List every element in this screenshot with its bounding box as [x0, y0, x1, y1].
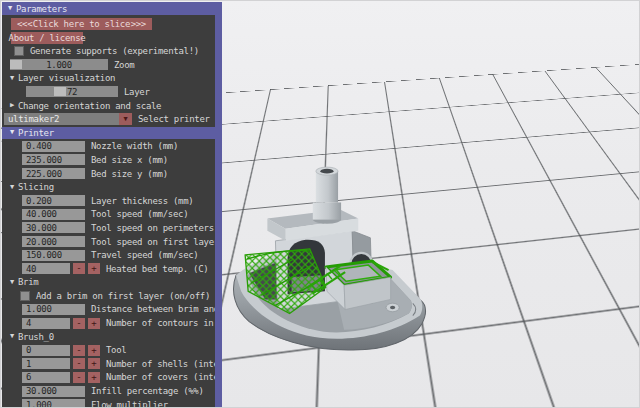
flow-multiplier-field-label: Flow multiplier: [91, 400, 168, 408]
tool-speed-field-value[interactable]: 40.000: [22, 209, 85, 220]
bed-size-y-field-value[interactable]: 225.000: [22, 168, 85, 179]
layer-slider-label: Layer: [124, 87, 150, 97]
travel-speed-field-label: Travel speed (mm/sec): [91, 250, 199, 260]
param-row-brim-distance-field: 1.000Distance between brim and pr: [2, 303, 215, 315]
triangle-expanded-icon: ▼: [10, 184, 14, 191]
perimeter-speed-field-value[interactable]: 30.000: [22, 222, 85, 233]
slice-button-label: Click here to slice: [33, 19, 130, 29]
bed-size-x-field-label: Bed size x (mm): [91, 155, 168, 165]
param-row-section-brush-0[interactable]: ▼Brush_0: [2, 331, 215, 343]
printer-select-value: ultimaker2: [8, 114, 59, 124]
triangle-collapsed-icon: ▶: [10, 102, 14, 109]
brim-distance-field-label: Distance between brim and pr: [91, 304, 215, 314]
tool-stepper-plus-button[interactable]: +: [88, 345, 100, 356]
travel-speed-field-value[interactable]: 150.000: [22, 250, 85, 261]
benchy-model[interactable]: [231, 162, 433, 354]
zoom-slider-value: 1.000: [10, 59, 108, 70]
heated-bed-temp-stepper-label: Heated bed temp. (C): [106, 264, 208, 274]
brim-contours-stepper-label: Number of contours in brim (: [106, 318, 215, 328]
generate-supports-checkbox[interactable]: [14, 46, 24, 56]
param-row-generate-supports-checkbox: Generate supports (experimental!): [2, 45, 215, 57]
covers-stepper-value[interactable]: 6: [22, 372, 70, 383]
collapse-triangle-icon: ▼: [8, 5, 12, 12]
param-row-layer-thickness-field: 0.200Layer thickness (mm): [2, 195, 215, 207]
panel-title: Parameters: [16, 4, 67, 14]
slice-button-right: >>>: [131, 19, 146, 29]
panel-header[interactable]: ▼ Parameters: [2, 2, 215, 15]
param-row-section-change-orientation[interactable]: ▶Change orientation and scale: [2, 100, 215, 112]
brim-contours-stepper-minus-button[interactable]: -: [73, 318, 85, 329]
covers-stepper-minus-button[interactable]: -: [73, 372, 85, 383]
section-slicing-label: Slicing: [18, 182, 54, 192]
section-layer-visualization-label: Layer visualization: [18, 73, 115, 83]
param-row-layer-slider: 72Layer: [2, 86, 215, 98]
param-row-bed-size-y-field: 225.000Bed size y (mm): [2, 168, 215, 180]
bed-size-x-field-value[interactable]: 235.000: [22, 154, 85, 165]
param-row-header-printer: ▼Printer: [2, 127, 215, 139]
brim-distance-field-value[interactable]: 1.000: [22, 304, 85, 315]
param-row-slice-button: <<<Click here to slice>>>: [2, 18, 215, 30]
nozzle-width-field-label: Nozzle width (mm): [91, 141, 178, 151]
add-brim-checkbox-label: Add a brim on first layer (on/off): [36, 291, 210, 301]
tool-speed-field-label: Tool speed (mm/sec): [91, 209, 188, 219]
about-button[interactable]: About / license: [11, 32, 83, 44]
triangle-expanded-icon: ▼: [10, 129, 14, 136]
bed-size-y-field-label: Bed size y (mm): [91, 169, 168, 179]
param-row-infill-percentage-field: 30.000Infill percentage (%%): [2, 385, 215, 397]
tool-stepper-label: Tool: [106, 345, 126, 355]
shells-stepper-minus-button[interactable]: -: [73, 358, 85, 369]
covers-stepper-plus-button[interactable]: +: [88, 372, 100, 383]
brim-contours-stepper-plus-button[interactable]: +: [88, 318, 100, 329]
param-row-perimeter-speed-field: 30.000Tool speed on perimeters (mm: [2, 222, 215, 234]
slice-button[interactable]: <<<Click here to slice>>>: [11, 18, 152, 30]
first-layer-speed-field-value[interactable]: 20.000: [22, 236, 85, 247]
param-row-travel-speed-field: 150.000Travel speed (mm/sec): [2, 249, 215, 261]
zoom-slider[interactable]: 1.000: [10, 59, 108, 70]
add-brim-checkbox[interactable]: [20, 291, 30, 301]
tool-stepper-value[interactable]: 0: [22, 345, 70, 356]
panel-rows: <<<Click here to slice>>>About / license…: [2, 15, 215, 408]
param-row-first-layer-speed-field: 20.000Tool speed on first layer (m: [2, 236, 215, 248]
layer-slider[interactable]: 72: [26, 86, 118, 97]
shells-stepper-plus-button[interactable]: +: [88, 358, 100, 369]
shells-stepper-label: Number of shells (integer): [106, 359, 215, 369]
flow-multiplier-field-value[interactable]: 1.000: [22, 399, 85, 408]
layer-thickness-field-label: Layer thickness (mm): [91, 196, 193, 206]
layer-thickness-field-value[interactable]: 0.200: [22, 195, 85, 206]
heated-bed-temp-stepper-plus-button[interactable]: +: [88, 263, 100, 274]
param-row-zoom-slider: 1.000Zoom: [2, 59, 215, 71]
shells-stepper-value[interactable]: 1: [22, 358, 70, 369]
zoom-slider-label: Zoom: [114, 60, 134, 70]
param-row-tool-stepper: 0-+Tool: [2, 344, 215, 356]
heated-bed-temp-stepper-value[interactable]: 40: [22, 263, 70, 274]
parameters-panel: ▼ Parameters <<<Click here to slice>>>Ab…: [2, 2, 222, 408]
layer-slider-value: 72: [26, 86, 118, 97]
perimeter-speed-field-label: Tool speed on perimeters (mm: [91, 223, 215, 233]
param-row-section-brim[interactable]: ▼Brim: [2, 276, 215, 288]
header-printer[interactable]: ▼Printer: [2, 127, 215, 139]
slice-button-left: <<<: [17, 19, 32, 29]
triangle-expanded-icon: ▼: [10, 279, 14, 286]
header-printer-label: Printer: [18, 128, 54, 138]
heated-bed-temp-stepper-minus-button[interactable]: -: [73, 263, 85, 274]
tool-stepper-minus-button[interactable]: -: [73, 345, 85, 356]
param-row-section-slicing[interactable]: ▼Slicing: [2, 181, 215, 193]
param-row-shells-stepper: 1-+Number of shells (integer): [2, 358, 215, 370]
printer-select[interactable]: ultimaker2▼: [4, 113, 132, 125]
section-brim-label: Brim: [18, 277, 38, 287]
param-row-add-brim-checkbox: Add a brim on first layer (on/off): [2, 290, 215, 302]
param-row-tool-speed-field: 40.000Tool speed (mm/sec): [2, 208, 215, 220]
infill-percentage-field-label: Infill percentage (%%): [91, 386, 204, 396]
param-row-covers-stepper: 6-+Number of covers (integer): [2, 371, 215, 383]
nozzle-width-field-value[interactable]: 0.400: [22, 141, 85, 152]
param-row-printer-select: ultimaker2▼Select printer: [2, 113, 215, 125]
param-row-brim-contours-stepper: 4-+Number of contours in brim (: [2, 317, 215, 329]
printer-select-label: Select printer: [138, 114, 210, 124]
param-row-about-button: About / license: [2, 32, 215, 44]
generate-supports-checkbox-label: Generate supports (experimental!): [30, 46, 199, 56]
combo-arrow-icon[interactable]: ▼: [119, 113, 132, 125]
param-row-section-layer-visualization[interactable]: ▼Layer visualization: [2, 72, 215, 84]
infill-percentage-field-value[interactable]: 30.000: [22, 386, 85, 397]
section-change-orientation-label: Change orientation and scale: [18, 101, 161, 111]
brim-contours-stepper-value[interactable]: 4: [22, 318, 70, 329]
